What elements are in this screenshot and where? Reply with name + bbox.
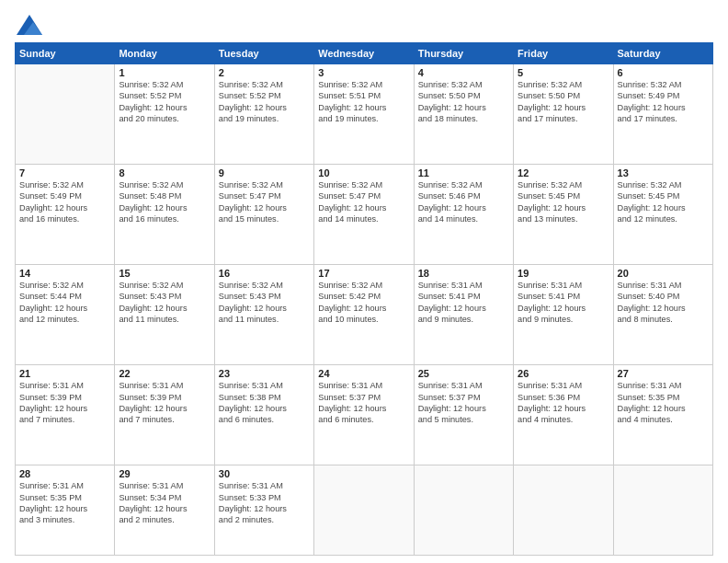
calendar-cell: 25Sunrise: 5:31 AMSunset: 5:37 PMDayligh… [414,365,513,465]
logo-icon [17,15,42,35]
week-row-2: 7Sunrise: 5:32 AMSunset: 5:49 PMDaylight… [16,165,713,265]
calendar-cell: 6Sunrise: 5:32 AMSunset: 5:49 PMDaylight… [613,64,712,165]
day-number: 16 [219,268,310,279]
day-info: Sunrise: 5:32 AMSunset: 5:49 PMDaylight:… [618,79,709,125]
day-info: Sunrise: 5:31 AMSunset: 5:35 PMDaylight:… [19,480,110,526]
day-number: 23 [219,368,310,379]
day-info: Sunrise: 5:32 AMSunset: 5:44 PMDaylight:… [19,280,110,326]
calendar-cell: 30Sunrise: 5:31 AMSunset: 5:33 PMDayligh… [214,465,313,556]
calendar-cell: 8Sunrise: 5:32 AMSunset: 5:48 PMDaylight… [115,165,214,265]
day-info: Sunrise: 5:31 AMSunset: 5:34 PMDaylight:… [119,480,210,526]
day-number: 24 [318,368,409,379]
logo [15,15,42,35]
header [15,11,713,35]
day-info: Sunrise: 5:32 AMSunset: 5:50 PMDaylight:… [418,79,509,125]
calendar-cell: 26Sunrise: 5:31 AMSunset: 5:36 PMDayligh… [514,365,613,465]
calendar-cell: 13Sunrise: 5:32 AMSunset: 5:45 PMDayligh… [613,165,712,265]
calendar-table: SundayMondayTuesdayWednesdayThursdayFrid… [15,42,713,556]
day-number: 14 [19,268,110,279]
day-number: 30 [219,468,310,479]
calendar-cell [514,465,613,556]
day-info: Sunrise: 5:32 AMSunset: 5:52 PMDaylight:… [219,79,310,125]
day-number: 22 [119,368,210,379]
day-header-wednesday: Wednesday [314,43,414,64]
day-number: 19 [518,268,609,279]
day-info: Sunrise: 5:31 AMSunset: 5:35 PMDaylight:… [618,380,709,426]
day-number: 10 [318,167,409,178]
day-header-tuesday: Tuesday [214,43,313,64]
day-info: Sunrise: 5:31 AMSunset: 5:39 PMDaylight:… [19,380,110,426]
day-info: Sunrise: 5:32 AMSunset: 5:49 PMDaylight:… [19,179,110,225]
day-info: Sunrise: 5:32 AMSunset: 5:45 PMDaylight:… [618,179,709,225]
day-number: 12 [518,167,609,178]
calendar-cell: 14Sunrise: 5:32 AMSunset: 5:44 PMDayligh… [16,265,115,365]
calendar-cell: 2Sunrise: 5:32 AMSunset: 5:52 PMDaylight… [214,64,313,165]
day-number: 3 [318,67,409,78]
day-info: Sunrise: 5:32 AMSunset: 5:48 PMDaylight:… [119,179,210,225]
day-number: 9 [219,167,310,178]
week-row-3: 14Sunrise: 5:32 AMSunset: 5:44 PMDayligh… [16,265,713,365]
week-row-1: 1Sunrise: 5:32 AMSunset: 5:52 PMDaylight… [16,64,713,165]
day-info: Sunrise: 5:31 AMSunset: 5:36 PMDaylight:… [518,380,609,426]
day-info: Sunrise: 5:31 AMSunset: 5:41 PMDaylight:… [418,280,509,326]
calendar-cell: 12Sunrise: 5:32 AMSunset: 5:45 PMDayligh… [514,165,613,265]
day-number: 29 [119,468,210,479]
day-number: 1 [119,67,210,78]
day-info: Sunrise: 5:31 AMSunset: 5:38 PMDaylight:… [219,380,310,426]
day-number: 8 [119,167,210,178]
calendar-cell: 16Sunrise: 5:32 AMSunset: 5:43 PMDayligh… [214,265,313,365]
calendar-cell [414,465,513,556]
calendar-cell: 10Sunrise: 5:32 AMSunset: 5:47 PMDayligh… [314,165,414,265]
day-number: 2 [219,67,310,78]
day-number: 28 [19,468,110,479]
day-info: Sunrise: 5:31 AMSunset: 5:41 PMDaylight:… [518,280,609,326]
calendar-cell: 24Sunrise: 5:31 AMSunset: 5:37 PMDayligh… [314,365,414,465]
calendar-page: SundayMondayTuesdayWednesdayThursdayFrid… [0,0,728,563]
day-info: Sunrise: 5:32 AMSunset: 5:42 PMDaylight:… [318,280,409,326]
calendar-cell: 20Sunrise: 5:31 AMSunset: 5:40 PMDayligh… [613,265,712,365]
week-row-4: 21Sunrise: 5:31 AMSunset: 5:39 PMDayligh… [16,365,713,465]
calendar-cell [613,465,712,556]
day-number: 27 [618,368,709,379]
day-info: Sunrise: 5:32 AMSunset: 5:46 PMDaylight:… [418,179,509,225]
day-header-friday: Friday [514,43,613,64]
calendar-cell: 7Sunrise: 5:32 AMSunset: 5:49 PMDaylight… [16,165,115,265]
calendar-cell: 17Sunrise: 5:32 AMSunset: 5:42 PMDayligh… [314,265,414,365]
calendar-cell: 9Sunrise: 5:32 AMSunset: 5:47 PMDaylight… [214,165,313,265]
calendar-cell: 27Sunrise: 5:31 AMSunset: 5:35 PMDayligh… [613,365,712,465]
day-info: Sunrise: 5:32 AMSunset: 5:52 PMDaylight:… [119,79,210,125]
day-number: 6 [618,67,709,78]
day-number: 25 [418,368,509,379]
calendar-cell: 18Sunrise: 5:31 AMSunset: 5:41 PMDayligh… [414,265,513,365]
calendar-cell: 3Sunrise: 5:32 AMSunset: 5:51 PMDaylight… [314,64,414,165]
day-header-thursday: Thursday [414,43,513,64]
calendar-cell: 11Sunrise: 5:32 AMSunset: 5:46 PMDayligh… [414,165,513,265]
day-number: 11 [418,167,509,178]
calendar-cell: 4Sunrise: 5:32 AMSunset: 5:50 PMDaylight… [414,64,513,165]
day-number: 7 [19,167,110,178]
calendar-cell: 21Sunrise: 5:31 AMSunset: 5:39 PMDayligh… [16,365,115,465]
day-info: Sunrise: 5:31 AMSunset: 5:37 PMDaylight:… [318,380,409,426]
calendar-cell: 23Sunrise: 5:31 AMSunset: 5:38 PMDayligh… [214,365,313,465]
day-info: Sunrise: 5:32 AMSunset: 5:51 PMDaylight:… [318,79,409,125]
calendar-header-row: SundayMondayTuesdayWednesdayThursdayFrid… [16,43,713,64]
day-info: Sunrise: 5:32 AMSunset: 5:47 PMDaylight:… [318,179,409,225]
calendar-cell: 5Sunrise: 5:32 AMSunset: 5:50 PMDaylight… [514,64,613,165]
day-number: 21 [19,368,110,379]
day-number: 4 [418,67,509,78]
day-number: 18 [418,268,509,279]
day-info: Sunrise: 5:31 AMSunset: 5:39 PMDaylight:… [119,380,210,426]
calendar-cell: 1Sunrise: 5:32 AMSunset: 5:52 PMDaylight… [115,64,214,165]
week-row-5: 28Sunrise: 5:31 AMSunset: 5:35 PMDayligh… [16,465,713,556]
day-info: Sunrise: 5:32 AMSunset: 5:43 PMDaylight:… [219,280,310,326]
calendar-cell: 29Sunrise: 5:31 AMSunset: 5:34 PMDayligh… [115,465,214,556]
day-header-monday: Monday [115,43,214,64]
calendar-cell [314,465,414,556]
day-number: 15 [119,268,210,279]
day-number: 26 [518,368,609,379]
day-info: Sunrise: 5:31 AMSunset: 5:40 PMDaylight:… [618,280,709,326]
day-info: Sunrise: 5:31 AMSunset: 5:33 PMDaylight:… [219,480,310,526]
calendar-cell [16,64,115,165]
day-info: Sunrise: 5:31 AMSunset: 5:37 PMDaylight:… [418,380,509,426]
day-info: Sunrise: 5:32 AMSunset: 5:47 PMDaylight:… [219,179,310,225]
